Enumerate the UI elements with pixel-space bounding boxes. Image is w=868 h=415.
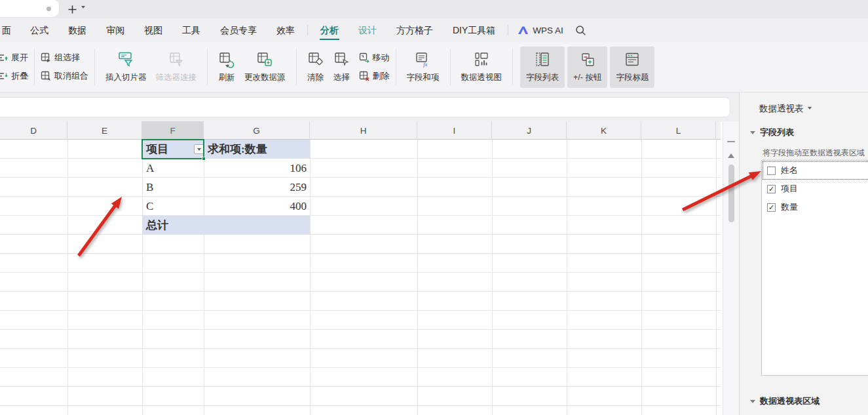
field-list-section-label: 字段列表 xyxy=(760,127,794,138)
pivot-area-section-label: 数据透视表区域 xyxy=(760,395,820,407)
filter-connection-icon xyxy=(168,51,185,68)
collapse-icon xyxy=(0,71,8,81)
plus-minus-icon xyxy=(579,51,596,68)
scroll-up-icon[interactable] xyxy=(728,150,734,158)
spreadsheet-grid[interactable] xyxy=(0,140,721,415)
column-header-j[interactable]: J xyxy=(492,121,567,140)
field-list-icon xyxy=(534,51,551,68)
collapse-button[interactable]: 折叠 xyxy=(0,70,28,82)
pivot-pane-title[interactable]: 数据透视表 xyxy=(759,103,812,115)
column-header-g[interactable]: G xyxy=(204,121,310,140)
new-tab-button[interactable] xyxy=(65,2,79,16)
pivot-total-cell[interactable]: 总计 xyxy=(142,216,310,235)
pivot-task-pane: 数据透视表 字段列表 将字段拖动至数据透视表区域 姓名 ✓ 项目 ✓ 数量 数据… xyxy=(739,92,868,415)
menu-tab-page[interactable]: 面 xyxy=(0,18,20,42)
pivot-row-item[interactable]: A xyxy=(142,159,204,178)
refresh-dropdown-icon[interactable] xyxy=(225,65,229,69)
group-select-icon xyxy=(41,52,51,63)
menu-tab-fangfanggezi[interactable]: 方方格子 xyxy=(387,18,443,42)
delete-icon xyxy=(359,71,369,81)
menu-tab-design[interactable]: 设计 xyxy=(349,18,387,42)
fields-and-items-button[interactable]: fx 字段和项 xyxy=(402,48,444,87)
filter-connection-button: 筛选器连接 xyxy=(151,48,202,87)
move-icon xyxy=(359,52,369,63)
plus-minus-toggle-button[interactable]: +/- 按钮 xyxy=(567,47,607,88)
ungroup-button[interactable]: 取消组合 xyxy=(41,70,88,82)
chevron-down-icon xyxy=(197,148,201,153)
delete-button[interactable]: 删除 xyxy=(359,70,390,82)
column-header-k[interactable]: K xyxy=(567,121,641,140)
clear-icon xyxy=(307,51,324,68)
pivot-row-value[interactable]: 259 xyxy=(204,178,310,197)
menu-tab-formulas[interactable]: 公式 xyxy=(20,18,58,42)
refresh-button[interactable]: 刷新 xyxy=(214,48,240,87)
scrollbar-thumb[interactable] xyxy=(728,165,734,222)
scrollbar-split-handle[interactable] xyxy=(727,141,735,142)
menu-tab-review[interactable]: 审阅 xyxy=(96,18,134,42)
menu-tab-tools[interactable]: 工具 xyxy=(172,18,210,42)
ungroup-label: 取消组合 xyxy=(54,70,88,82)
group-select-button[interactable]: 组选择 xyxy=(41,52,88,64)
document-tab[interactable] xyxy=(0,0,59,17)
move-button[interactable]: 移动 xyxy=(359,52,390,64)
pivot-row-item[interactable]: B xyxy=(142,178,204,197)
fields-and-items-label: 字段和项 xyxy=(407,72,440,83)
pivot-row-item[interactable]: C xyxy=(142,197,204,216)
change-data-source-button[interactable]: 更改数据源 xyxy=(240,48,290,87)
pivot-chart-icon xyxy=(473,51,490,68)
column-header-d[interactable]: D xyxy=(0,121,67,140)
expand-button[interactable]: 展开 xyxy=(0,52,28,64)
field-list-box: 姓名 ✓ 项目 ✓ 数量 xyxy=(761,160,868,376)
ribbon-divider xyxy=(396,49,396,85)
wps-ai-label: WPS AI xyxy=(533,26,563,35)
checkbox-unchecked-icon[interactable] xyxy=(767,167,776,175)
ungroup-icon xyxy=(41,71,51,81)
pivot-row-value[interactable]: 400 xyxy=(204,197,310,216)
menu-tab-membership[interactable]: 会员专享 xyxy=(210,18,267,42)
formula-bar-strip xyxy=(0,92,739,121)
pivot-area-section-header[interactable]: 数据透视表区域 xyxy=(750,395,820,407)
clear-button[interactable]: 清除 xyxy=(303,48,329,87)
field-list-toggle-button[interactable]: 字段列表 xyxy=(520,47,565,88)
vertical-scrollbar[interactable] xyxy=(723,121,739,415)
pivot-row-value[interactable]: 106 xyxy=(204,159,310,178)
select-button[interactable]: 选择 xyxy=(329,48,355,87)
formula-input[interactable] xyxy=(0,97,730,117)
tab-list-chevron-icon[interactable] xyxy=(81,6,85,10)
pivot-chart-label: 数据透视图 xyxy=(461,72,502,83)
select-label: 选择 xyxy=(333,72,350,83)
wps-ai-button[interactable]: WPS AI xyxy=(511,26,570,35)
field-item-quantity[interactable]: ✓ 数量 xyxy=(763,199,868,216)
checkbox-checked-icon[interactable]: ✓ xyxy=(767,185,776,193)
column-header-f[interactable]: F xyxy=(142,121,204,140)
column-header-l[interactable]: L xyxy=(641,121,716,140)
clear-label: 清除 xyxy=(307,72,324,83)
menu-tab-efficiency[interactable]: 效率 xyxy=(267,18,305,42)
field-list-section-header[interactable]: 字段列表 xyxy=(750,127,794,138)
insert-slicer-button[interactable]: 插入切片器 xyxy=(101,48,151,87)
pivot-header-value-cell[interactable]: 求和项:数量 xyxy=(204,140,310,159)
column-header-i[interactable]: I xyxy=(417,121,492,140)
column-header-e[interactable]: E xyxy=(67,121,142,140)
column-header-h[interactable]: H xyxy=(310,121,417,140)
menu-tab-diy-toolbox[interactable]: DIY工具箱 xyxy=(443,18,505,42)
spreadsheet[interactable]: D E F G H I J K L 项目 求和项:数量 A 106 B 259 … xyxy=(0,121,721,415)
menu-tab-data[interactable]: 数据 xyxy=(58,18,96,42)
refresh-label: 刷新 xyxy=(219,72,235,83)
field-item-name[interactable]: 姓名 xyxy=(763,162,868,179)
field-item-project[interactable]: ✓ 项目 xyxy=(763,180,868,197)
autofilter-dropdown-button[interactable] xyxy=(194,144,204,154)
menu-bar: 面 公式 数据 审阅 视图 工具 会员专享 效率 分析 设计 方方格子 DIY工… xyxy=(0,18,868,42)
checkbox-checked-icon[interactable]: ✓ xyxy=(767,203,776,212)
pivot-chart-button[interactable]: 数据透视图 xyxy=(457,48,507,87)
ribbon-divider xyxy=(207,49,208,85)
unsaved-dot-icon xyxy=(47,7,51,11)
field-headers-toggle-button[interactable]: 字段标题 xyxy=(610,47,654,88)
search-button[interactable] xyxy=(570,25,592,36)
menu-tab-analyze[interactable]: 分析 xyxy=(311,18,349,42)
expand-icon xyxy=(0,53,8,62)
field-item-label: 姓名 xyxy=(781,165,798,176)
svg-text:fx: fx xyxy=(423,61,428,68)
menu-tab-view[interactable]: 视图 xyxy=(134,18,172,42)
drag-fields-hint: 将字段拖动至数据透视表区域 xyxy=(763,148,865,159)
